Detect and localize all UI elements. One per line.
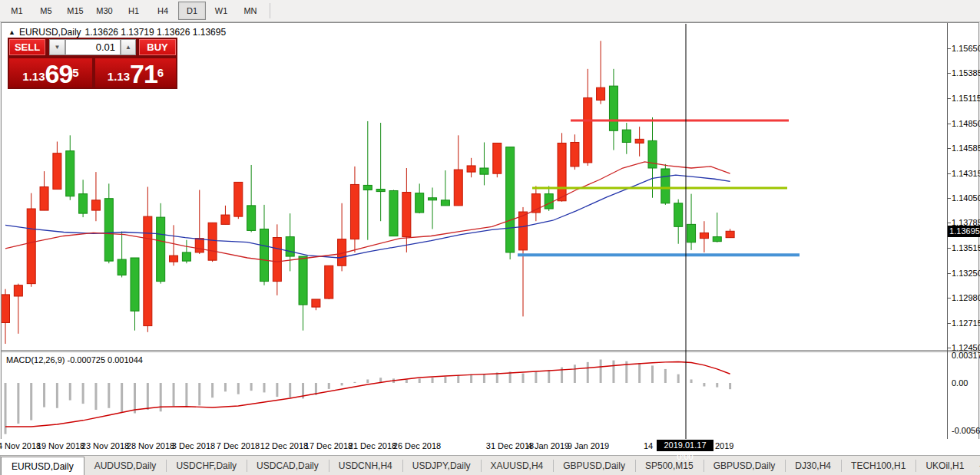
candle-body	[416, 193, 424, 213]
macd-histogram-bar	[328, 383, 330, 389]
candle-body	[131, 258, 139, 311]
timeframe-button-d1[interactable]: D1	[178, 2, 206, 20]
one-click-collapse-icon[interactable]: ▲	[8, 28, 15, 36]
time-axis-label: 23 Nov 2018	[81, 441, 129, 450]
tabs-scroll-left-icon[interactable]: ◄	[974, 456, 980, 475]
candle-body	[674, 203, 683, 226]
chart-tab-tech100-h1[interactable]: TECH100,H1	[841, 456, 915, 475]
time-axis-label: 4 Jan 2019	[528, 441, 569, 450]
macd-histogram-bar	[574, 364, 576, 383]
macd-histogram-bar	[353, 382, 356, 383]
candle-body	[350, 184, 359, 239]
time-axis-label: 28 Nov 2018	[127, 441, 174, 450]
timeframe-button-m5[interactable]: M5	[32, 2, 60, 20]
chart-tab-audusd-daily[interactable]: AUDUSD,Daily	[84, 456, 167, 475]
candle-body	[325, 266, 333, 299]
price-axis-label: 1.12980	[952, 293, 980, 302]
timeframe-button-m30[interactable]: M30	[91, 2, 118, 20]
candle-body	[584, 97, 592, 162]
buy-price-panel[interactable]: 1.13 71 6	[95, 58, 176, 87]
price-axis-label: 1.14850	[952, 119, 980, 128]
timeframe-button-h4[interactable]: H4	[149, 2, 177, 20]
candle-body	[519, 212, 528, 250]
macd-histogram-bar	[198, 383, 200, 405]
sell-price-pip: 5	[72, 58, 78, 87]
chart-tab-usdchf-daily[interactable]: USDCHF,Daily	[166, 456, 247, 475]
time-axis-label: 3 Dec 2018	[172, 441, 215, 450]
chart-tab-usdjpy-daily[interactable]: USDJPY,Daily	[402, 456, 481, 475]
price-axis-tick	[947, 223, 951, 223]
timeframe-button-mn[interactable]: MN	[237, 2, 264, 20]
sell-price-prefix: 1.13	[22, 68, 45, 85]
candle-body	[402, 193, 411, 237]
chart-tab-eurusd-daily[interactable]: EURUSD,Daily	[1, 457, 84, 475]
macd-histogram-bar	[43, 383, 45, 407]
candle-body	[273, 238, 281, 282]
chart-tab-ukoil-h1[interactable]: UKOil,H1	[915, 456, 974, 475]
candle-body	[79, 194, 88, 213]
macd-histogram-bar	[341, 383, 343, 385]
time-axis[interactable]: 2019.01.17 0:00 14 Nov 201819 Nov 201823…	[0, 439, 980, 455]
chart-tab-usdcnh-h4[interactable]: USDCNH,H4	[329, 456, 402, 475]
macd-histogram-bar	[56, 383, 58, 408]
crosshair-date-tag: 2019.01.17 0:00	[657, 440, 713, 451]
timeframe-button-m1[interactable]: M1	[3, 2, 31, 20]
candle-body	[363, 185, 372, 190]
timeframe-button-h1[interactable]: H1	[120, 2, 147, 20]
buy-button[interactable]: BUY	[139, 39, 176, 55]
volume-input[interactable]	[65, 39, 121, 55]
candle-body	[221, 215, 230, 224]
chart-tab-gbpusd-daily[interactable]: GBPUSD,Daily	[553, 456, 635, 475]
macd-histogram-bar	[677, 374, 680, 383]
chart-tab-gbpusd-daily[interactable]: GBPUSD,Daily	[704, 456, 786, 475]
macd-histogram-bar	[522, 374, 525, 383]
macd-histogram-bar	[250, 383, 253, 391]
candle-body	[170, 256, 178, 262]
macd-histogram-bar	[211, 383, 214, 397]
chart-tab-xauusd-h4[interactable]: XAUUSD,H4	[481, 456, 554, 475]
sell-button[interactable]: SELL	[9, 39, 45, 55]
one-click-trading-panel: SELL ▼ ▲ BUY 1.13 69 5 1.13 71 6	[8, 38, 177, 89]
candle-body	[713, 237, 721, 242]
sell-price-panel[interactable]: 1.13 69 5	[9, 58, 92, 87]
macd-histogram-bar	[69, 383, 71, 401]
macd-histogram-bar	[664, 369, 667, 383]
volume-increase-button[interactable]: ▲	[121, 39, 136, 55]
chart-tab-dj30-h4[interactable]: DJ30,H4	[785, 456, 841, 475]
volume-decrease-button[interactable]: ▼	[49, 39, 65, 55]
macd-histogram-bar	[276, 383, 278, 397]
timeframe-button-m15[interactable]: M15	[61, 2, 89, 20]
candle-body	[454, 170, 462, 206]
price-axis-label: 1.13515	[952, 243, 980, 252]
candle-body	[545, 194, 553, 209]
macd-histogram-bar	[703, 383, 705, 387]
time-axis-label: 19 Nov 2018	[37, 441, 84, 450]
candle-body	[700, 233, 708, 238]
macd-histogram-bar	[612, 361, 614, 383]
candle-body	[27, 209, 35, 284]
macd-histogram-bar	[134, 383, 136, 414]
price-axis-label: 1.14315	[952, 169, 980, 178]
price-axis-label: 1.15115	[952, 94, 980, 103]
candle-body	[53, 153, 61, 190]
chart-tab-usdcad-daily[interactable]: USDCAD,Daily	[247, 456, 329, 475]
macd-histogram-bar	[457, 375, 459, 383]
candle-body	[558, 143, 566, 200]
macd-histogram-bar	[366, 379, 369, 383]
macd-histogram-bar	[173, 383, 175, 407]
macd-histogram-bar	[185, 383, 187, 407]
price-axis-tick	[947, 298, 951, 299]
timeframe-button-w1[interactable]: W1	[207, 2, 235, 20]
macd-axis-label: -0.005667	[952, 426, 980, 435]
candle-body	[597, 87, 605, 100]
time-axis-label-partial: 2019	[715, 441, 733, 450]
sell-price-big: 69	[45, 62, 73, 85]
macd-histogram-bar	[147, 383, 149, 410]
buy-price-big: 71	[130, 62, 157, 85]
chart-ohlc-values: 1.13626 1.13719 1.13626 1.13695	[85, 27, 227, 38]
toolbar-separator	[270, 3, 270, 18]
macd-histogram-bar	[548, 370, 550, 383]
chart-window[interactable]: ▲ EURUSD,Daily 1.13626 1.13719 1.13626 1…	[1, 22, 979, 440]
macd-indicator-label: MACD(12,26,9) -0.000725 0.001044	[6, 355, 143, 364]
chart-tab-bar: EURUSD,DailyAUDUSD,DailyUSDCHF,DailyUSDC…	[0, 455, 980, 475]
